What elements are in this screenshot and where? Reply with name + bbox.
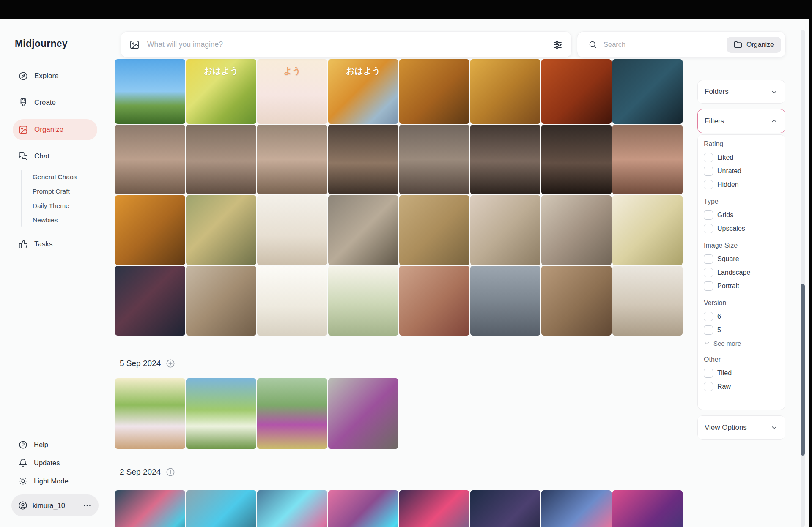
checkbox-square[interactable] [704, 254, 713, 264]
image-tile-portrait-girl-soft[interactable] [115, 125, 185, 194]
image-tile-portrait-girl-street[interactable] [470, 266, 540, 336]
sidebar-item-create[interactable]: Create [13, 94, 97, 111]
view-options-panel-header[interactable]: View Options [697, 415, 785, 440]
image-tile-hedgehog-autumn-leaves[interactable] [399, 59, 469, 124]
checkbox-tiled[interactable] [704, 369, 713, 378]
image-tile-chubby-hedgehog-cream[interactable]: よう [257, 59, 327, 124]
checkbox-grids[interactable] [704, 210, 713, 220]
image-tile-hedgehog-night-teal[interactable] [612, 59, 683, 124]
search-input[interactable] [603, 40, 716, 49]
image-tile-portrait-girl-eyes-closeup[interactable] [399, 125, 469, 194]
image-tile-turnip-white-illustration[interactable] [115, 378, 185, 449]
prompt-settings-sliders-icon[interactable] [553, 40, 563, 50]
image-tile-portrait-girl-muted[interactable] [186, 125, 256, 194]
checkbox-6[interactable] [704, 312, 713, 321]
image-tile-hedgehog-white-flowers[interactable] [257, 195, 327, 265]
image-tile-hedgehog-meadow-sky[interactable] [115, 59, 185, 124]
checkbox-5[interactable] [704, 325, 713, 335]
page-scrollbar-thumb[interactable] [801, 284, 805, 456]
image-tile-hedgehog-autumn-ohayo[interactable]: おはよう [328, 59, 398, 124]
account-pill[interactable]: kimura_10 [11, 494, 99, 516]
image-tile-portrait-girl-white-top[interactable] [612, 266, 683, 336]
image-tile-portrait-girl-light[interactable] [257, 125, 327, 194]
chevron-down-icon [770, 423, 778, 431]
filter-option-square[interactable]: Square [704, 252, 779, 266]
filter-option-liked[interactable]: Liked [704, 151, 779, 164]
image-tile-hedgehog-sunflowers[interactable] [186, 195, 256, 265]
image-tile-hedgehog-watercolor-botanical[interactable] [328, 266, 398, 336]
organize-button[interactable]: Organize [727, 37, 781, 53]
chat-channel-daily-theme[interactable]: Daily Theme [26, 199, 98, 212]
image-tile-hedgehog-red-dark[interactable] [541, 59, 612, 124]
image-tile-turnip-giant-green[interactable] [186, 378, 256, 449]
sidebar-item-light-mode[interactable]: Light Mode [13, 473, 97, 489]
image-tile-hedgehog-on-sofa[interactable] [186, 266, 256, 336]
imagine-prompt-bar [121, 31, 572, 58]
sidebar-item-chat[interactable]: Chat [13, 148, 97, 165]
filter-option-upscales[interactable]: Upscales [704, 222, 779, 235]
filter-option-tiled[interactable]: Tiled [704, 366, 779, 380]
image-tile-cyber-hedgehog-neon-1[interactable] [115, 490, 185, 527]
image-tile-hedgehog-gray-closeup[interactable] [328, 195, 398, 265]
image-tile-cyber-hedgehog-neon-4[interactable] [328, 490, 398, 527]
filters-panel-body: RatingLikedUnratedHiddenTypeGridsUpscale… [697, 134, 785, 410]
sidebar-item-help[interactable]: Help [13, 437, 97, 453]
image-grid-section-2 [115, 378, 398, 449]
image-tile-hedgehog-fall-foliage[interactable] [470, 59, 540, 124]
image-tile-cyber-hedgehog-neon-8[interactable] [612, 490, 683, 527]
image-upload-icon[interactable] [129, 40, 140, 50]
checkbox-upscales[interactable] [704, 224, 713, 233]
see-more-button[interactable]: See more [704, 337, 779, 350]
image-tile-hedgehog-daisies[interactable] [612, 195, 683, 265]
image-tile-cyber-hedgehog-neon-6[interactable] [470, 490, 540, 527]
image-tile-hedgehog-orange-bokeh[interactable] [115, 195, 185, 265]
image-tile-portrait-girl-moody[interactable] [541, 125, 612, 194]
filter-option-6[interactable]: 6 [704, 310, 779, 323]
filter-option-hidden[interactable]: Hidden [704, 178, 779, 191]
image-tile-turnip-purple-moody[interactable] [328, 378, 398, 449]
account-menu-ellipsis-icon[interactable] [82, 501, 92, 510]
chat-channel-general-chaos[interactable]: General Chaos [26, 171, 98, 183]
image-tile-turnip-purple-watercolor[interactable] [257, 378, 327, 449]
sidebar-item-organize[interactable]: Organize [13, 119, 97, 140]
folders-panel-header[interactable]: Folders [697, 80, 785, 104]
checkbox-hidden[interactable] [704, 180, 713, 189]
image-tile-hedgehog-dark-floral-pattern[interactable] [115, 266, 185, 336]
image-tile-cyber-hedgehog-neon-2[interactable] [186, 490, 256, 527]
filter-option-unrated[interactable]: Unrated [704, 164, 779, 178]
filter-option-landscape[interactable]: Landscape [704, 266, 779, 279]
image-tile-hedgehog-face-closeup[interactable] [541, 195, 612, 265]
image-tile-portrait-girl-red-top[interactable] [399, 266, 469, 336]
image-tile-hedgehogs-yellow-ohayo[interactable]: おはよう [186, 59, 256, 124]
image-tile-portrait-girl-warm[interactable] [612, 125, 683, 194]
checkbox-liked[interactable] [704, 153, 713, 162]
image-tile-portrait-girl-shadow[interactable] [470, 125, 540, 194]
image-tile-portrait-girl-dark-hair[interactable] [328, 125, 398, 194]
checkbox-unrated[interactable] [704, 167, 713, 176]
imagine-prompt-input[interactable] [146, 40, 546, 49]
image-grid-section-3 [115, 490, 683, 527]
image-tile-hedgehog-pair[interactable] [399, 195, 469, 265]
sidebar-item-updates[interactable]: Updates [13, 455, 97, 471]
plus-circle-icon[interactable] [166, 359, 175, 368]
filter-option-5[interactable]: 5 [704, 323, 779, 337]
image-tile-cyber-hedgehog-neon-5[interactable] [399, 490, 469, 527]
chat-channel-newbies[interactable]: Newbies [26, 214, 98, 227]
checkbox-landscape[interactable] [704, 268, 713, 277]
image-tile-hedgehog-floral-fabric[interactable] [470, 195, 540, 265]
plus-circle-icon[interactable] [166, 467, 175, 477]
filter-option-portrait[interactable]: Portrait [704, 279, 779, 293]
filter-option-grids[interactable]: Grids [704, 208, 779, 222]
sidebar-item-explore[interactable]: Explore [13, 68, 97, 85]
image-tile-cyber-hedgehog-neon-3[interactable] [257, 490, 327, 527]
image-tile-cyber-hedgehog-neon-7[interactable] [541, 490, 612, 527]
checkbox-portrait[interactable] [704, 281, 713, 291]
image-tile-hedgehog-ink-sketch[interactable] [257, 266, 327, 336]
filter-option-raw[interactable]: Raw [704, 380, 779, 393]
checkbox-raw[interactable] [704, 382, 713, 391]
date-section-header: 2 Sep 2024 [120, 467, 175, 477]
filters-panel-header[interactable]: Filters [697, 109, 785, 133]
image-tile-portrait-girl-sweater[interactable] [541, 266, 612, 336]
chat-channel-prompt-craft[interactable]: Prompt Craft [26, 185, 98, 198]
sidebar-item-tasks[interactable]: Tasks [13, 236, 97, 253]
